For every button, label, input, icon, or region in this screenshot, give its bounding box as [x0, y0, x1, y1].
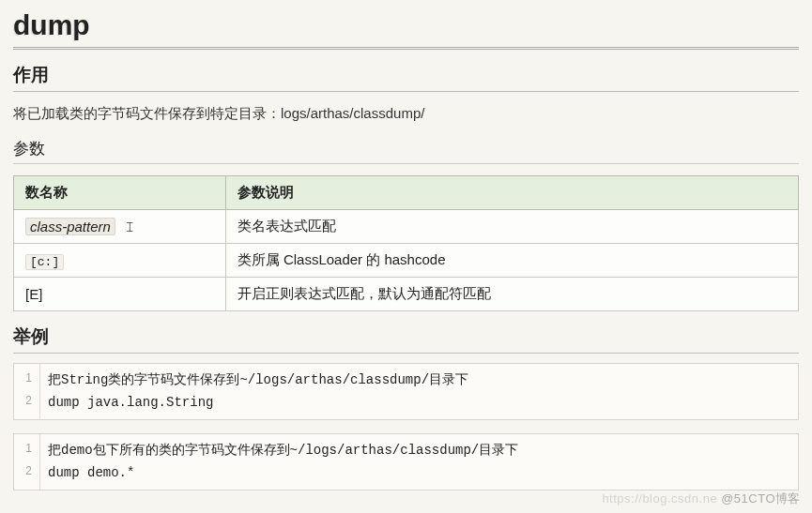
section-examples-heading: 举例	[13, 324, 799, 354]
param-name-cell: class-pattern 𝙸	[14, 210, 226, 244]
table-row: [c:] 类所属 ClassLoader 的 hashcode	[14, 244, 799, 278]
param-name-cell: [E]	[14, 278, 226, 311]
table-row: [E] 开启正则表达式匹配，默认为通配符匹配	[14, 278, 799, 311]
param-name: [E]	[25, 286, 42, 302]
code-block: 1 把demo包下所有的类的字节码文件保存到~/logs/arthas/clas…	[13, 433, 799, 490]
page-title: dump	[13, 9, 799, 41]
param-desc: 开启正则表达式匹配，默认为通配符匹配	[225, 278, 798, 311]
section-params-heading: 参数	[13, 138, 799, 164]
param-name: class-pattern	[25, 218, 115, 235]
table-header-desc: 参数说明	[225, 176, 798, 210]
params-table: 数名称 参数说明 class-pattern 𝙸 类名表达式匹配 [c:] 类所…	[13, 175, 799, 311]
text-cursor-icon: 𝙸	[125, 219, 132, 235]
section-usage-heading: 作用	[13, 63, 799, 92]
watermark-faint: https://blog.csdn.ne	[602, 491, 717, 505]
table-header-row: 数名称 参数说明	[14, 176, 799, 210]
line-number: 1	[14, 364, 40, 391]
title-divider	[13, 47, 799, 50]
code-block: 1 把String类的字节码文件保存到~/logs/arthas/classdu…	[13, 363, 799, 420]
usage-description: 将已加载类的字节码文件保存到特定目录：logs/arthas/classdump…	[13, 105, 799, 123]
code-row: 2 dump java.lang.String	[14, 391, 798, 418]
code-line: dump demo.*	[40, 461, 142, 489]
watermark: https://blog.csdn.ne@51CTO博客	[602, 490, 801, 507]
table-header-name: 数名称	[14, 176, 226, 210]
code-line: 把String类的字节码文件保存到~/logs/arthas/classdump…	[40, 364, 476, 391]
param-name: [c:]	[25, 254, 64, 270]
watermark-main: @51CTO博客	[721, 491, 801, 505]
line-number: 1	[14, 434, 40, 461]
table-row: class-pattern 𝙸 类名表达式匹配	[14, 210, 799, 244]
param-name-cell: [c:]	[14, 244, 226, 278]
line-number: 2	[14, 461, 40, 489]
code-row: 1 把String类的字节码文件保存到~/logs/arthas/classdu…	[14, 364, 798, 391]
code-row: 2 dump demo.*	[14, 461, 798, 489]
code-row: 1 把demo包下所有的类的字节码文件保存到~/logs/arthas/clas…	[14, 434, 798, 461]
code-line: dump java.lang.String	[40, 391, 221, 418]
param-desc: 类名表达式匹配	[225, 210, 798, 244]
param-desc: 类所属 ClassLoader 的 hashcode	[225, 244, 798, 278]
code-line: 把demo包下所有的类的字节码文件保存到~/logs/arthas/classd…	[40, 434, 526, 461]
line-number: 2	[14, 391, 40, 418]
